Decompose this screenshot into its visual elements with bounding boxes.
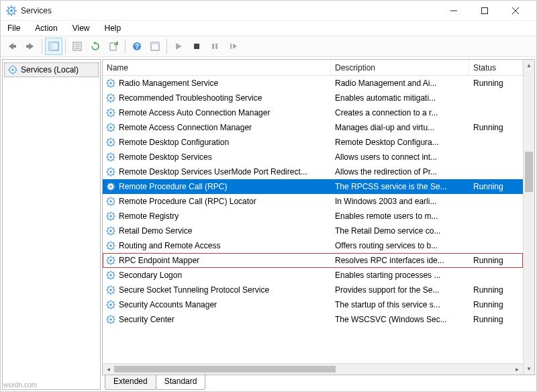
svg-line-55	[107, 101, 109, 102]
service-row[interactable]: Remote Access Auto Connection ManagerCre…	[103, 105, 523, 120]
service-row[interactable]: Security CenterThe WSCSVC (Windows Sec..…	[103, 312, 523, 327]
properties-button[interactable]	[68, 38, 86, 55]
svg-line-174	[113, 278, 115, 279]
toolbar: ?	[1, 36, 536, 57]
back-button[interactable]	[3, 38, 21, 55]
svg-line-113	[107, 183, 109, 185]
services-list[interactable]: Name Description Status Radio Management…	[103, 60, 523, 375]
tree-node-services-local[interactable]: Services (Local)	[4, 62, 99, 77]
svg-line-146	[113, 228, 115, 229]
menu-help[interactable]: Help	[102, 22, 124, 34]
service-status-cell: Running	[469, 182, 523, 191]
toolbar-button[interactable]	[146, 38, 164, 55]
pause-service-button[interactable]	[206, 38, 224, 55]
menu-file[interactable]: File	[5, 22, 23, 34]
gear-icon	[105, 255, 116, 266]
service-row[interactable]: Security Accounts ManagerThe startup of …	[103, 297, 523, 312]
service-description-cell: Provides support for the Se...	[331, 285, 469, 295]
service-row[interactable]: Remote RegistryEnables remote users to m…	[103, 209, 523, 224]
svg-rect-27	[194, 44, 199, 49]
svg-rect-17	[49, 42, 52, 50]
horizontal-scrollbar[interactable]: ◄ ►	[103, 363, 523, 375]
column-header-name[interactable]: Name	[103, 60, 331, 75]
svg-line-74	[113, 130, 115, 132]
column-header-description[interactable]: Description	[331, 60, 469, 75]
service-name: Radio Management Service	[119, 79, 218, 88]
vertical-scrollbar[interactable]: ▲ ▼	[523, 60, 534, 375]
svg-line-45	[107, 86, 109, 87]
service-description-cell: The startup of this service s...	[331, 300, 469, 309]
tab-extended[interactable]: Extended	[105, 375, 156, 390]
svg-point-138	[109, 230, 112, 232]
service-status-cell: Running	[469, 256, 523, 265]
stop-service-button[interactable]	[188, 38, 205, 55]
svg-line-153	[107, 242, 109, 244]
maximize-button[interactable]	[469, 1, 500, 21]
svg-point-88	[109, 156, 112, 158]
svg-line-195	[107, 307, 109, 309]
help-button[interactable]: ?	[128, 38, 146, 55]
svg-point-68	[109, 126, 112, 129]
refresh-button[interactable]	[87, 38, 104, 55]
scroll-up-button[interactable]: ▲	[524, 60, 534, 71]
service-row[interactable]: Radio Management ServiceRadio Management…	[103, 76, 523, 91]
svg-line-114	[113, 189, 115, 191]
svg-line-75	[107, 130, 109, 132]
restart-service-button[interactable]	[224, 38, 242, 55]
service-row[interactable]: Remote Access Connection ManagerManages …	[103, 120, 523, 135]
svg-line-124	[113, 204, 115, 205]
gear-icon	[105, 226, 116, 236]
service-description-cell: Allows users to connect int...	[331, 152, 469, 162]
svg-line-185	[107, 293, 109, 294]
service-name: RPC Endpoint Mapper	[119, 256, 199, 265]
svg-rect-28	[212, 44, 214, 49]
service-description-cell: Offers routing services to b...	[331, 241, 469, 250]
scroll-thumb[interactable]	[525, 152, 533, 192]
minimize-button[interactable]	[438, 1, 469, 21]
scroll-down-button[interactable]: ▼	[524, 363, 534, 375]
service-row[interactable]: Remote Desktop ConfigurationRemote Deskt…	[103, 135, 523, 150]
service-row[interactable]: Remote Desktop Services UserMode Port Re…	[103, 164, 523, 179]
service-row[interactable]: Routing and Remote AccessOffers routing …	[103, 238, 523, 253]
service-row[interactable]: Remote Desktop ServicesAllows users to c…	[103, 150, 523, 164]
service-row[interactable]: Recommended Troubleshooting ServiceEnabl…	[103, 91, 523, 105]
service-row[interactable]: Remote Procedure Call (RPC) LocatorIn Wi…	[103, 194, 523, 209]
scroll-track[interactable]	[524, 71, 534, 363]
menu-view[interactable]: View	[70, 22, 93, 34]
service-name-cell: Remote Access Auto Connection Manager	[103, 107, 331, 118]
service-row[interactable]: Secure Socket Tunneling Protocol Service…	[103, 283, 523, 297]
show-hide-tree-button[interactable]	[45, 38, 62, 55]
toolbar-separator	[42, 39, 42, 54]
gear-icon	[105, 166, 116, 177]
export-button[interactable]	[105, 38, 122, 55]
start-service-button[interactable]	[170, 38, 187, 55]
svg-rect-26	[151, 42, 159, 44]
svg-line-56	[113, 95, 115, 96]
svg-point-168	[109, 274, 112, 277]
service-row[interactable]: Remote Procedure Call (RPC)The RPCSS ser…	[103, 179, 523, 194]
service-name: Remote Desktop Services UserMode Port Re…	[119, 167, 307, 177]
scroll-right-button[interactable]: ►	[511, 364, 523, 375]
service-row[interactable]: Secondary LogonEnables starting processe…	[103, 268, 523, 283]
service-row[interactable]: Retail Demo ServiceThe Retail Demo servi…	[103, 224, 523, 238]
scroll-track[interactable]	[114, 364, 511, 375]
console-tree[interactable]: Services (Local)	[2, 59, 101, 390]
service-description-cell: Radio Management and Ai...	[331, 79, 469, 88]
svg-line-194	[113, 307, 115, 309]
svg-line-84	[113, 145, 115, 146]
scroll-left-button[interactable]: ◄	[103, 364, 114, 375]
svg-line-176	[113, 272, 115, 273]
gear-icon	[105, 196, 116, 207]
service-row[interactable]: RPC Endpoint MapperResolves RPC interfac…	[103, 253, 523, 268]
column-header-status[interactable]: Status	[469, 60, 523, 75]
service-status-cell: Running	[469, 123, 523, 132]
scroll-thumb[interactable]	[114, 366, 336, 373]
menu-action[interactable]: Action	[32, 22, 60, 34]
service-name: Routing and Remote Access	[119, 241, 220, 250]
service-status-cell: Running	[469, 285, 523, 295]
tab-standard[interactable]: Standard	[156, 375, 206, 390]
close-button[interactable]	[500, 1, 531, 21]
forward-button[interactable]	[21, 38, 39, 55]
watermark: wsxdn.com	[3, 381, 37, 389]
svg-line-103	[107, 168, 109, 170]
